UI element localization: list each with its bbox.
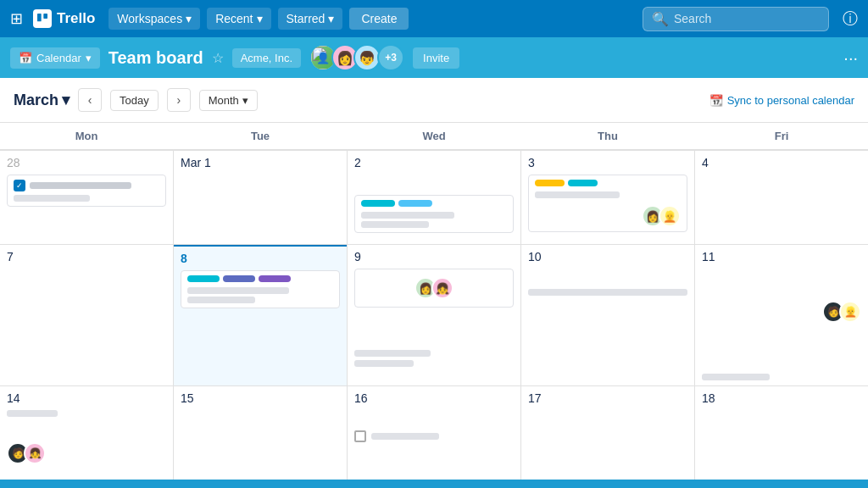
- top-navigation: ⊞ Trello Workspaces ▾ Recent ▾ Starred ▾…: [0, 0, 868, 37]
- card[interactable]: 👩 👧: [354, 269, 514, 308]
- day-number: 3: [528, 156, 687, 169]
- day-number: 2: [354, 156, 514, 169]
- calendar-column-headers: Mon Tue Wed Thu Fri: [0, 123, 868, 150]
- day-number: 14: [7, 391, 166, 405]
- next-month-button[interactable]: ›: [167, 88, 191, 112]
- board-title: Team board: [108, 48, 203, 68]
- card[interactable]: 👩 👱: [528, 175, 687, 232]
- col-header-mon: Mon: [0, 123, 173, 149]
- card[interactable]: [354, 195, 514, 233]
- workspaces-button[interactable]: Workspaces ▾: [108, 8, 200, 30]
- recent-button[interactable]: Recent ▾: [207, 8, 270, 30]
- day-number: 18: [702, 391, 861, 405]
- card[interactable]: [181, 270, 340, 308]
- day-number: 11: [702, 250, 861, 263]
- calendar-day-7[interactable]: 7: [0, 245, 173, 385]
- calendar-day-8-today[interactable]: 8: [174, 245, 347, 385]
- calendar-day-3[interactable]: 3 👩 👱: [521, 151, 694, 244]
- checkbox-empty[interactable]: [354, 430, 366, 442]
- more-options-button[interactable]: ···: [843, 48, 858, 68]
- calendar-day-15[interactable]: 15: [174, 386, 347, 480]
- month-label[interactable]: March ▾: [14, 91, 70, 109]
- col-header-tue: Tue: [174, 123, 347, 149]
- info-icon[interactable]: ⓘ: [843, 8, 858, 29]
- day-number: 28: [7, 156, 166, 169]
- calendar-sync-icon: 📆: [709, 94, 723, 107]
- chevron-down-icon: ▾: [62, 91, 70, 109]
- sync-calendar-button[interactable]: 📆 Sync to personal calendar: [709, 94, 854, 107]
- col-header-fri: Fri: [695, 123, 868, 149]
- calendar-area: March ▾ ‹ Today › Month ▾ 📆 Sync to pers…: [0, 78, 868, 480]
- month-view-button[interactable]: Month ▾: [199, 90, 258, 111]
- calendar-week-3: 14 🧑 👧 15 16 17 18: [0, 385, 868, 480]
- calendar-week-1: 28 ✓ Mar 1 2: [0, 150, 868, 244]
- extra-members-count[interactable]: +3: [377, 44, 404, 71]
- calendar-day-11[interactable]: 11 🧑 👱: [695, 245, 868, 385]
- calendar-week-2: 7 8 9 👩 👧: [0, 244, 868, 385]
- card[interactable]: ✓: [7, 175, 166, 207]
- calendar-day-2[interactable]: 2: [348, 151, 520, 244]
- calendar-day-9[interactable]: 9 👩 👧: [348, 245, 520, 385]
- chevron-down-icon: ▾: [257, 12, 263, 25]
- checkbox[interactable]: ✓: [14, 180, 25, 191]
- starred-button[interactable]: Starred ▾: [278, 8, 343, 30]
- calendar-day-10[interactable]: 10: [521, 245, 694, 385]
- calendar-toolbar: March ▾ ‹ Today › Month ▾ 📆 Sync to pers…: [0, 78, 868, 123]
- calendar-day-17[interactable]: 17: [521, 386, 694, 480]
- create-button[interactable]: Create: [349, 8, 409, 30]
- prev-month-button[interactable]: ‹: [78, 88, 102, 112]
- day-number: 17: [528, 391, 687, 405]
- calendar-day-16[interactable]: 16: [348, 386, 520, 480]
- day-number: Mar 1: [181, 156, 340, 169]
- chevron-down-icon: ▾: [86, 52, 92, 64]
- calendar-day-mar1[interactable]: Mar 1: [174, 151, 347, 244]
- trello-logo[interactable]: Trello: [33, 9, 95, 28]
- day-number: 9: [354, 250, 514, 263]
- day-number: 10: [528, 250, 687, 263]
- day-number: 4: [702, 156, 861, 169]
- search-icon: 🔍: [652, 11, 669, 27]
- calendar-view-button[interactable]: 📅 Calendar ▾: [10, 47, 100, 69]
- calendar-day-4[interactable]: 4: [695, 151, 868, 244]
- col-header-thu: Thu: [521, 123, 694, 149]
- calendar-day-14[interactable]: 14 🧑 👧: [0, 386, 173, 480]
- chevron-down-icon: ▾: [328, 12, 334, 25]
- chevron-down-icon: ▾: [186, 12, 192, 25]
- workspace-badge[interactable]: Acme, Inc.: [232, 48, 301, 68]
- svg-rect-0: [37, 14, 42, 21]
- board-header: 📅 Calendar ▾ Team board ☆ Acme, Inc. 👤 👩…: [0, 37, 868, 78]
- col-header-wed: Wed: [348, 123, 520, 149]
- search-box[interactable]: 🔍: [643, 7, 829, 31]
- calendar-day-28[interactable]: 28 ✓: [0, 151, 173, 244]
- svg-rect-1: [43, 14, 47, 19]
- day-number: 8: [181, 252, 340, 265]
- calendar-day-18[interactable]: 18: [695, 386, 868, 480]
- day-number: 16: [354, 391, 514, 405]
- search-input[interactable]: [674, 12, 810, 25]
- invite-button[interactable]: Invite: [413, 47, 459, 69]
- today-button[interactable]: Today: [110, 90, 159, 111]
- star-button[interactable]: ☆: [212, 50, 224, 66]
- chevron-down-icon: ▾: [242, 94, 248, 107]
- board-members: 👤 👩 👦 +3: [309, 44, 404, 71]
- day-number: 7: [7, 250, 166, 263]
- calendar-icon: 📅: [19, 52, 32, 64]
- grid-icon[interactable]: ⊞: [10, 9, 23, 28]
- day-number: 15: [181, 391, 340, 405]
